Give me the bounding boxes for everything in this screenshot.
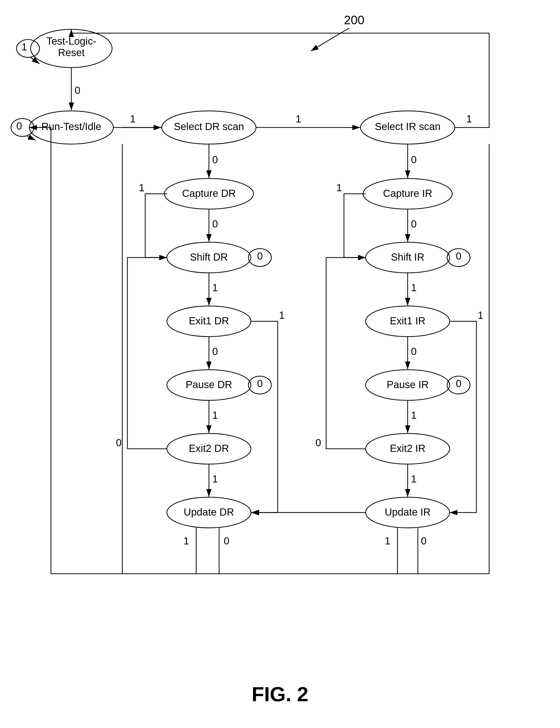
- svg-text:0: 0: [411, 154, 416, 165]
- svg-text:Test-Logic-: Test-Logic-: [46, 35, 96, 47]
- svg-text:0: 0: [212, 346, 218, 357]
- svg-text:Exit2 DR: Exit2 DR: [189, 443, 229, 454]
- svg-line-2: [311, 28, 349, 51]
- svg-text:0: 0: [315, 437, 321, 448]
- svg-text:0: 0: [212, 154, 218, 165]
- svg-text:1: 1: [212, 410, 218, 421]
- svg-text:1: 1: [478, 310, 483, 321]
- svg-text:Run-Test/Idle: Run-Test/Idle: [41, 121, 101, 132]
- arrow-exit1dr-shiftdr: [145, 194, 167, 258]
- svg-text:Pause IR: Pause IR: [387, 379, 429, 390]
- svg-text:Exit2 IR: Exit2 IR: [390, 443, 425, 454]
- svg-text:1: 1: [466, 113, 472, 124]
- svg-text:0: 0: [421, 535, 426, 546]
- arrow-ex2dr-shdr: [127, 258, 167, 449]
- arrow-ex1dr-updr: [251, 321, 278, 513]
- arrow-ex1ir-upir: [450, 321, 476, 513]
- svg-text:0: 0: [16, 120, 22, 132]
- svg-text:Exit1 DR: Exit1 DR: [189, 315, 229, 326]
- svg-text:0: 0: [456, 378, 461, 389]
- fig-label: FIG. 2: [252, 683, 308, 706]
- svg-text:1: 1: [184, 535, 189, 546]
- svg-text:Shift DR: Shift DR: [190, 251, 228, 263]
- svg-text:0: 0: [456, 250, 461, 262]
- ref-number: 200: [344, 13, 364, 27]
- svg-text:0: 0: [75, 85, 80, 96]
- svg-text:1: 1: [411, 410, 416, 421]
- svg-text:Select DR scan: Select DR scan: [174, 121, 244, 132]
- svg-text:Update DR: Update DR: [184, 506, 234, 518]
- svg-line-9: [27, 136, 36, 140]
- svg-text:0: 0: [212, 218, 218, 229]
- svg-text:Capture IR: Capture IR: [383, 188, 432, 199]
- svg-text:Select IR scan: Select IR scan: [375, 121, 440, 132]
- svg-text:0: 0: [257, 378, 263, 389]
- svg-text:1: 1: [21, 41, 27, 53]
- svg-text:Reset: Reset: [58, 47, 85, 58]
- svg-text:0: 0: [257, 250, 263, 262]
- svg-text:1: 1: [385, 535, 390, 546]
- svg-text:Exit1 IR: Exit1 IR: [390, 315, 425, 326]
- svg-text:1: 1: [411, 282, 416, 293]
- arrow-exit1ir-shiftir: [344, 194, 366, 258]
- svg-text:Update IR: Update IR: [385, 506, 430, 518]
- svg-text:0: 0: [116, 437, 122, 448]
- svg-text:Capture DR: Capture DR: [182, 188, 236, 199]
- svg-text:1: 1: [212, 473, 218, 484]
- svg-text:0: 0: [411, 218, 416, 229]
- svg-text:0: 0: [411, 346, 416, 357]
- svg-text:0: 0: [224, 535, 229, 546]
- svg-text:Shift IR: Shift IR: [391, 251, 424, 263]
- svg-text:Pause DR: Pause DR: [186, 379, 232, 390]
- svg-text:1: 1: [212, 282, 218, 293]
- diagram-container: 200 Test-Logic- Reset 1 Run-Test/Idle 0 …: [0, 0, 560, 728]
- svg-text:1: 1: [295, 113, 301, 124]
- svg-text:1: 1: [279, 310, 284, 321]
- svg-text:1: 1: [336, 182, 342, 193]
- svg-text:1: 1: [139, 182, 145, 193]
- svg-text:1: 1: [130, 113, 136, 124]
- arrow-ex2ir-shir: [326, 258, 365, 449]
- svg-text:1: 1: [411, 473, 416, 484]
